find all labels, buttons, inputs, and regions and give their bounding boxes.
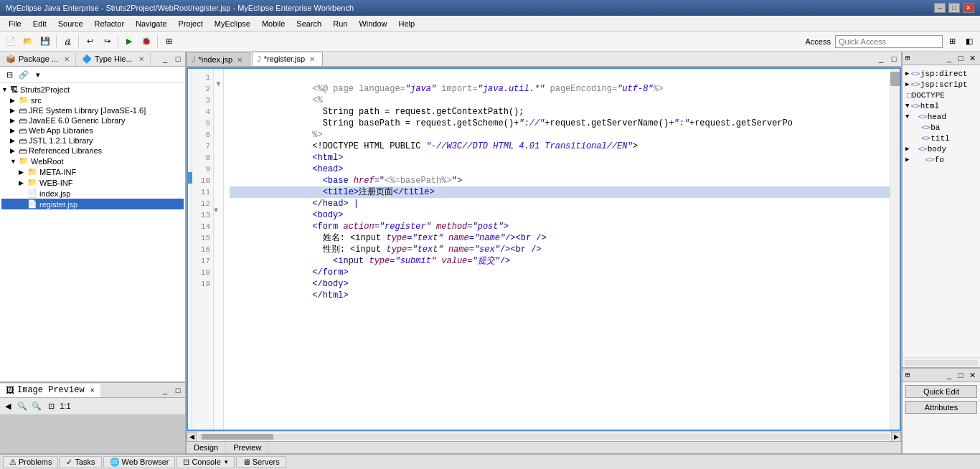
tab-preview[interactable]: Preview: [226, 442, 269, 453]
outline-item-body[interactable]: ▶ <> body: [905, 143, 977, 154]
img-zoom-out-button[interactable]: 🔍: [30, 399, 43, 412]
tree-item-webroot[interactable]: ▼ 📁 WebRoot: [1, 156, 184, 166]
maximize-panel-button[interactable]: □: [172, 53, 184, 65]
editor-hscroll[interactable]: ◀ ▶: [187, 431, 901, 441]
tab-index-jsp[interactable]: J *index.jsp ✕: [187, 52, 250, 66]
menu-myeclipse[interactable]: MyEclipse: [209, 18, 256, 29]
quick-edit-button[interactable]: Quick Edit: [905, 385, 977, 398]
menu-mobile[interactable]: Mobile: [256, 18, 291, 29]
tree-item-src[interactable]: ▶ 📁 src: [1, 95, 184, 105]
perspective-button[interactable]: ⊞: [161, 34, 176, 49]
outline-item-jsp-direct[interactable]: ▶ <> jsp:direct: [905, 68, 977, 79]
attributes-button[interactable]: Attributes: [905, 401, 977, 414]
outline-minimize[interactable]: _: [944, 53, 954, 63]
outline-hscroll[interactable]: [903, 357, 980, 367]
tree-item-jre[interactable]: ▶ 🗃 JRE System Library [JavaSE-1.6]: [1, 105, 184, 115]
menu-help[interactable]: Help: [393, 18, 421, 29]
img-back-button[interactable]: ◀: [1, 399, 14, 412]
undo-button[interactable]: ↩: [82, 34, 98, 49]
vscroll-thumb[interactable]: [890, 72, 900, 86]
tree-item-web-inf[interactable]: ▶ 📁 WEB-INF: [1, 177, 184, 188]
editor-tab-close-1[interactable]: ✕: [235, 56, 244, 64]
qe-close[interactable]: ✕: [967, 370, 977, 380]
menu-source[interactable]: Source: [52, 18, 89, 29]
run-button[interactable]: ▶: [121, 34, 137, 49]
tree-item-javaee[interactable]: ▶ 🗃 JavaEE 6.0 Generic Library: [1, 115, 184, 125]
outline-item-form[interactable]: ▶ <> fo: [905, 154, 977, 165]
tree-item-struts2project[interactable]: ▼ 🏗 Struts2Project: [1, 85, 184, 95]
minimize-editor-button[interactable]: _: [875, 53, 887, 65]
vertical-scrollbar[interactable]: [890, 69, 900, 430]
menu-project[interactable]: Project: [173, 18, 209, 29]
view-menu-button[interactable]: ▾: [32, 68, 44, 81]
new-button[interactable]: 📄: [3, 34, 19, 49]
qe-maximize[interactable]: □: [956, 370, 966, 380]
menu-navigate[interactable]: Navigate: [130, 18, 172, 29]
toolbar-extra-1[interactable]: ⊞: [944, 34, 960, 49]
collapse-all-button[interactable]: ⊟: [3, 68, 16, 81]
toolbar-extra-2[interactable]: ◧: [961, 34, 977, 49]
outline-item-base[interactable]: <> ba: [905, 122, 977, 133]
close-button[interactable]: ✕: [963, 3, 974, 13]
img-actual-button[interactable]: 1:1: [59, 399, 72, 412]
menu-run[interactable]: Run: [327, 18, 353, 29]
console-dropdown[interactable]: ▾: [225, 458, 228, 465]
tree-item-index-jsp[interactable]: 📄 index.jsp: [1, 188, 184, 199]
tree-item-jstl[interactable]: ▶ 🗃 JSTL 1.2.1 Library: [1, 136, 184, 146]
status-servers[interactable]: 🖥 Servers: [236, 456, 286, 468]
status-web-browser[interactable]: 🌐 Web Browser: [103, 456, 176, 468]
menu-file[interactable]: File: [3, 18, 27, 29]
menu-edit[interactable]: Edit: [27, 18, 52, 29]
status-console[interactable]: ⊡ Console ▾: [176, 456, 234, 468]
tab-type-hierarchy[interactable]: 🔷 Type Hie... ✕: [76, 52, 151, 66]
code-editor[interactable]: 1 2 3 4 5 6 7 8 9 10 11 12 13 14: [187, 67, 901, 431]
outline-item-html[interactable]: ▼ <> html: [905, 100, 977, 111]
maximize-button[interactable]: □: [948, 3, 960, 13]
tree-item-meta-inf[interactable]: ▶ 📁 META-INF: [1, 166, 184, 177]
tab-register-jsp[interactable]: J *register.jsp ✕: [252, 52, 323, 66]
tree-item-ref-libs[interactable]: ▶ 🗃 Referenced Libraries: [1, 146, 184, 156]
status-tasks[interactable]: ✓ Tasks: [60, 456, 101, 468]
print-button[interactable]: 🖨: [60, 34, 75, 49]
outline-item-title[interactable]: <> titl: [905, 133, 977, 143]
outline-maximize[interactable]: □: [956, 53, 966, 63]
debug-button[interactable]: 🐞: [138, 34, 154, 49]
maximize-editor-button[interactable]: □: [888, 53, 900, 65]
tree-item-webapp[interactable]: ▶ 🗃 Web App Libraries: [1, 125, 184, 136]
outline-item-head[interactable]: ▼ <> head: [905, 111, 977, 122]
outline-close[interactable]: ✕: [967, 53, 977, 63]
editor-tab-close-2[interactable]: ✕: [308, 55, 316, 63]
menu-refactor[interactable]: Refactor: [89, 18, 131, 29]
code-lines-area[interactable]: <%@ page language="java" import="java.ut…: [224, 69, 900, 430]
img-zoom-in-button[interactable]: 🔍: [16, 399, 29, 412]
tab-design[interactable]: Design: [187, 442, 226, 453]
save-button[interactable]: 💾: [37, 34, 53, 49]
quick-access-input[interactable]: [835, 35, 943, 48]
tab-close-2[interactable]: ✕: [138, 55, 144, 63]
outline-item-jsp-script[interactable]: ▶ <> jsp:script: [905, 79, 977, 90]
minimize-img-button[interactable]: _: [159, 384, 171, 396]
redo-button[interactable]: ↪: [99, 34, 115, 49]
tree-item-register-jsp[interactable]: 📄 register.jsp: [1, 199, 184, 209]
hscroll-thumb[interactable]: [202, 434, 273, 440]
image-preview-tab[interactable]: 🖼 Image Preview ✕: [0, 384, 100, 397]
open-button[interactable]: 📂: [20, 34, 36, 49]
maximize-img-button[interactable]: □: [172, 384, 184, 396]
img-tab-close[interactable]: ✕: [90, 386, 95, 394]
minimize-panel-button[interactable]: _: [159, 53, 171, 65]
menu-search[interactable]: Search: [291, 18, 327, 29]
link-with-editor-button[interactable]: 🔗: [17, 68, 30, 81]
menu-window[interactable]: Window: [353, 18, 392, 29]
title-text: MyEclipse Java Enterprise - Struts2Proje…: [6, 4, 354, 12]
tab-package-explorer[interactable]: 📦 Package ... ✕: [0, 52, 76, 66]
tab-close-1[interactable]: ✕: [64, 55, 70, 63]
outline-item-doctype[interactable]: □ DOCTYPE: [905, 90, 977, 100]
outline-panel: ⊞ _ □ ✕ ▶ <> jsp:direct ▶ <>: [903, 52, 980, 367]
img-fit-button[interactable]: ⊡: [44, 399, 57, 412]
qe-minimize[interactable]: _: [944, 370, 954, 380]
hscroll-left-button[interactable]: ◀: [187, 432, 197, 442]
minimize-button[interactable]: ─: [934, 3, 946, 13]
img-panel-controls: _ □: [158, 383, 185, 397]
hscroll-right-button[interactable]: ▶: [891, 432, 901, 442]
status-problems[interactable]: ⚠ Problems: [3, 456, 58, 468]
